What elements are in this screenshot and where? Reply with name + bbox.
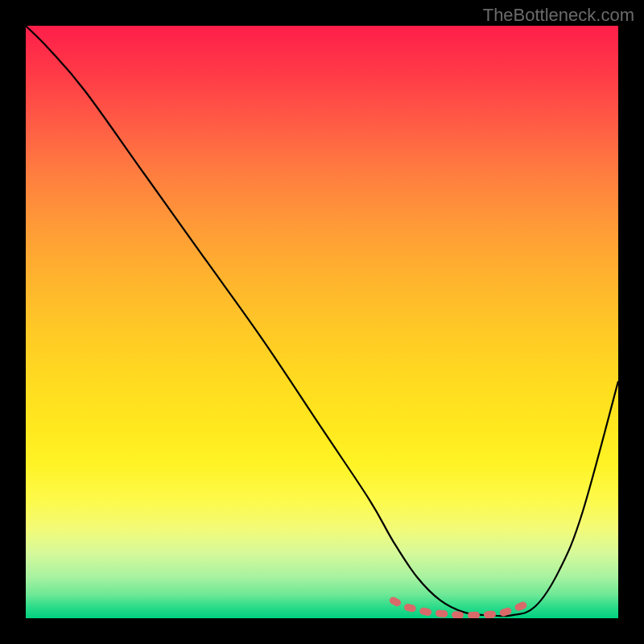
plot-area bbox=[26, 26, 618, 618]
bottleneck-curve-path bbox=[26, 26, 618, 616]
watermark-text: TheBottleneck.com bbox=[483, 5, 634, 26]
optimal-zone-marker-path bbox=[393, 601, 523, 615]
chart-svg bbox=[26, 26, 618, 618]
